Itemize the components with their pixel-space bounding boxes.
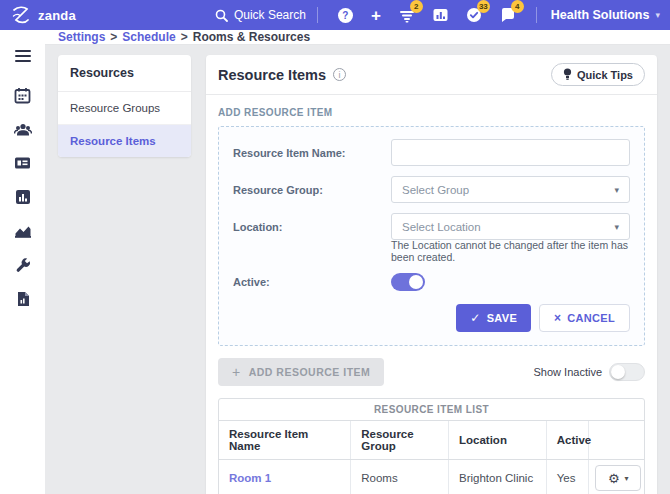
col-resource-item-name: Resource Item Name [219, 421, 351, 460]
col-active: Active [546, 421, 589, 460]
active-toggle[interactable] [391, 273, 425, 291]
messages-button[interactable]: 4 [491, 0, 525, 30]
add-resource-item-form: Resource Item Name: Resource Group: Sele… [218, 126, 645, 346]
room-link[interactable]: Room 1 [229, 472, 271, 484]
quick-tips-button[interactable]: Quick Tips [551, 63, 645, 86]
tasks-badge: 33 [477, 0, 490, 13]
active-label: Active: [233, 276, 391, 288]
menu-toggle-icon[interactable] [0, 43, 45, 69]
add-resource-item-label: ADD RESOURCE ITEM [249, 366, 371, 378]
breadcrumb-separator: > [181, 30, 188, 44]
resource-group-placeholder: Select Group [402, 184, 469, 196]
location-placeholder: Select Location [402, 221, 481, 233]
col-resource-group: Resource Group [351, 421, 449, 460]
chevron-down-icon: ▾ [625, 474, 629, 483]
show-inactive-label: Show Inactive [534, 366, 602, 378]
search-icon [215, 9, 228, 22]
gear-icon: ⚙ [608, 472, 620, 485]
help-button[interactable]: ? [329, 0, 362, 30]
nav-billing-icon[interactable] [0, 150, 45, 176]
resources-panel: Resources Resource Groups Resource Items [58, 55, 191, 157]
show-inactive-toggle[interactable] [609, 363, 645, 381]
quick-search[interactable]: Quick Search [215, 8, 306, 22]
save-label: SAVE [487, 312, 517, 324]
nav-analytics-icon[interactable] [0, 218, 45, 244]
brand-logo[interactable]: zanda [10, 4, 76, 26]
quick-search-label: Quick Search [234, 8, 306, 22]
sidebar-item-resource-items[interactable]: Resource Items [58, 125, 191, 157]
left-nav [0, 30, 45, 494]
close-icon: × [554, 311, 561, 325]
reports-button[interactable] [424, 0, 457, 30]
topbar-divider [536, 7, 537, 23]
nav-settings-wrench-icon[interactable] [0, 252, 45, 278]
nav-reports-icon[interactable] [0, 184, 45, 210]
cancel-label: CANCEL [567, 312, 615, 324]
resource-group-select[interactable]: Select Group ▾ [391, 176, 630, 203]
account-menu[interactable]: Health Solutions ▾ [551, 8, 660, 22]
resource-item-name-input[interactable] [391, 139, 630, 166]
add-new-button[interactable]: + [362, 0, 390, 30]
nav-clients-icon[interactable] [0, 116, 45, 142]
plus-icon: + [232, 364, 241, 380]
waitlist-button[interactable]: 2 [390, 0, 424, 30]
nav-calendar-icon[interactable] [0, 82, 45, 108]
topbar-divider [317, 7, 318, 23]
zanda-logo-icon [10, 4, 32, 26]
resource-item-list: RESOURCE ITEM LIST Resource Item Name Re… [218, 398, 645, 494]
cancel-button[interactable]: × CANCEL [539, 304, 630, 332]
topbar: zanda Quick Search ? + [0, 0, 670, 30]
col-actions [589, 421, 644, 460]
resources-panel-title: Resources [58, 55, 191, 92]
waitlist-badge: 2 [410, 0, 423, 13]
cell-active: Yes [546, 460, 589, 494]
tasks-button[interactable]: 33 [457, 0, 491, 30]
save-button[interactable]: ✓ SAVE [456, 304, 531, 332]
app-window: zanda Quick Search ? + [0, 0, 670, 494]
info-icon[interactable]: i [333, 68, 346, 81]
breadcrumb-schedule[interactable]: Schedule [122, 30, 175, 44]
cell-resource-group: Rooms [351, 460, 449, 494]
add-resource-item-button[interactable]: + ADD RESOURCE ITEM [218, 358, 384, 386]
page-title: Resource Items [218, 67, 326, 83]
reports-icon [433, 8, 448, 22]
resource-item-name-label: Resource Item Name: [233, 147, 391, 159]
table-caption: RESOURCE ITEM LIST [219, 399, 644, 421]
plus-icon: + [371, 7, 381, 24]
resource-items-panel: Resource Items i Quick Tips [206, 55, 657, 494]
account-name: Health Solutions [551, 8, 650, 22]
nav-notes-icon[interactable] [0, 286, 45, 312]
sidebar-item-resource-groups[interactable]: Resource Groups [58, 92, 191, 125]
breadcrumb: Settings > Schedule > Rooms & Resources [45, 30, 670, 45]
row-actions-button[interactable]: ⚙ ▾ [595, 465, 641, 491]
resource-group-label: Resource Group: [233, 184, 391, 196]
table-row: Room 1 Rooms Brighton Clinic Yes ⚙ ▾ [219, 460, 644, 494]
brand-name: zanda [38, 8, 76, 23]
chevron-down-icon: ▾ [655, 10, 660, 20]
panel-header: Resource Items i Quick Tips [206, 55, 657, 95]
location-help-text: The Location cannot be changed after the… [391, 239, 630, 263]
breadcrumb-current: Rooms & Resources [193, 30, 310, 44]
chevron-down-icon: ▾ [614, 185, 619, 195]
cell-location: Brighton Clinic [449, 460, 547, 494]
chevron-down-icon: ▾ [614, 222, 619, 232]
help-icon: ? [338, 8, 353, 23]
table-header-row: Resource Item Name Resource Group Locati… [219, 421, 644, 460]
col-location: Location [449, 421, 547, 460]
messages-badge: 4 [511, 0, 524, 13]
breadcrumb-settings[interactable]: Settings [58, 30, 105, 44]
quick-tips-label: Quick Tips [577, 69, 633, 81]
breadcrumb-separator: > [110, 30, 117, 44]
lightbulb-icon [563, 68, 572, 81]
add-resource-item-heading: ADD RESOURCE ITEM [218, 107, 645, 118]
location-select[interactable]: Select Location ▾ [391, 213, 630, 240]
check-icon: ✓ [470, 311, 480, 325]
location-label: Location: [233, 221, 391, 233]
